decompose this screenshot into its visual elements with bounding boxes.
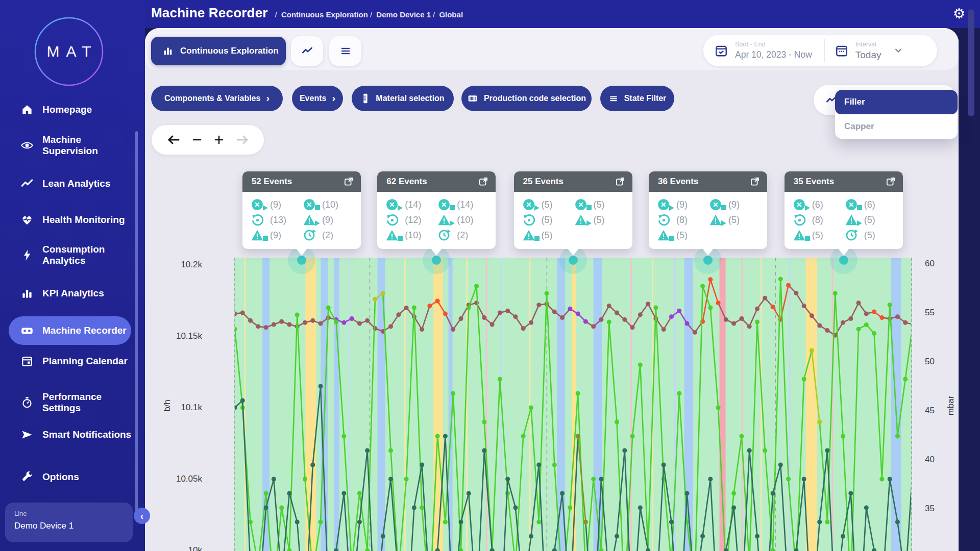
open-events-icon[interactable] — [344, 177, 354, 187]
event-count-value: (5) — [864, 230, 875, 241]
event-count-value: (10) — [457, 215, 473, 226]
sidebar-item-lean-analytics[interactable]: Lean Analytics — [0, 177, 145, 190]
interval-select[interactable]: Interval Today — [855, 41, 881, 61]
sidebar-item-planning-calendar[interactable]: Planning Calendar — [0, 355, 145, 368]
list-icon — [608, 93, 619, 104]
filter-events[interactable]: Events› — [292, 86, 343, 111]
sidebar-item-label: Smart Notifications — [42, 429, 137, 440]
gear-icon[interactable]: ⚙ — [950, 5, 968, 22]
sidebar-item-label: Planning Calendar — [42, 356, 137, 367]
update-event-icon — [845, 228, 863, 242]
sidebar-item-label: Homepage — [42, 104, 137, 115]
zoom-out-icon[interactable] — [192, 135, 202, 145]
event-count-value: (8) — [812, 215, 823, 226]
open-events-icon[interactable] — [478, 177, 488, 187]
sidebar-item-label: Consumption Analytics — [42, 244, 137, 266]
event-count-warning-play: (5) — [709, 212, 760, 228]
event-count-warning-square: (10) — [385, 228, 436, 243]
calendar-interval-icon — [835, 44, 848, 57]
sidebar-item-label: Health Monitoring — [42, 214, 137, 226]
event-count-cancel-play: (9) — [657, 197, 708, 212]
event-count-cancel-square: (5) — [574, 197, 625, 212]
filter-production-code[interactable]: Production code selection — [461, 86, 592, 111]
breadcrumb-items: Continuous ExplorationDemo Device 1Globa… — [273, 10, 463, 19]
event-count-value: (10) — [405, 230, 421, 241]
sidebar-item-label: Machine Recorder — [42, 325, 137, 336]
date-range-picker[interactable]: Start - End Apr 10, 2023 - Now — [735, 41, 812, 60]
right-axis-tick: 50 — [925, 357, 935, 367]
event-count-value: (5) — [542, 215, 553, 226]
sidebar-item-label: Performance Settings — [42, 391, 137, 414]
table-view-button[interactable] — [329, 36, 361, 66]
line-chart-icon — [301, 44, 314, 58]
sidebar-item-performance-settings[interactable]: Performance Settings — [0, 391, 145, 414]
arrow-right-icon[interactable] — [236, 134, 249, 145]
page-scrollbar[interactable] — [968, 9, 974, 116]
cancel-event-icon — [845, 197, 863, 212]
filter-components-variables[interactable]: Components & Variables› — [151, 86, 283, 111]
left-axis-tick: 10.05k — [156, 474, 202, 484]
line-view-button[interactable] — [291, 36, 323, 66]
breadcrumb-item[interactable]: Continuous Exploration — [275, 10, 368, 19]
machine-option-filler[interactable]: Filler — [835, 90, 958, 114]
sidebar-item-consumption-analytics[interactable]: Consumption Analytics — [0, 244, 145, 266]
left-axis-tick: 10.15k — [156, 331, 202, 341]
event-card: 25 Events(5)(5)(5)(5)(5) — [514, 171, 632, 249]
sidebar-item-machine-recorder[interactable]: Machine Recorder — [0, 324, 145, 337]
right-axis-unit: mbar — [946, 396, 956, 416]
cylinder-icon — [361, 93, 370, 104]
sidebar-item-kpi-analytics[interactable]: KPI Analytics — [0, 287, 145, 300]
sidebar-item-options[interactable]: Options — [0, 470, 145, 484]
bar-chart-icon — [162, 45, 174, 57]
open-events-icon[interactable] — [750, 177, 760, 187]
sidebar-collapse-button[interactable]: ‹ — [134, 508, 150, 524]
event-marker[interactable] — [297, 256, 306, 265]
event-card-header: 36 Events — [649, 171, 767, 192]
event-marker[interactable] — [703, 256, 713, 265]
right-axis-tick: 35 — [925, 504, 935, 514]
event-count-restore: (8) — [793, 212, 844, 228]
machine-option-capper[interactable]: Capper — [835, 114, 958, 139]
continuous-exploration-tab[interactable]: Continuous Exploration — [151, 37, 286, 65]
breadcrumb-item[interactable]: Global — [433, 10, 463, 19]
barcode-icon — [467, 93, 478, 104]
zoom-in-icon[interactable] — [214, 135, 224, 145]
update-event-icon — [303, 228, 321, 242]
event-count-value: (6) — [812, 199, 823, 210]
arrow-left-icon[interactable] — [167, 134, 180, 145]
send-icon — [20, 428, 34, 441]
warning-event-icon — [385, 228, 404, 242]
eye-icon — [20, 139, 34, 152]
event-marker[interactable] — [839, 256, 848, 265]
sidebar-item-health-monitoring[interactable]: Health Monitoring — [0, 213, 145, 227]
event-card-body: (5)(5)(5)(5)(5) — [514, 192, 632, 249]
sidebar-scrollbar[interactable] — [135, 131, 138, 513]
event-count-value: (9) — [676, 199, 688, 210]
event-count-value: (9) — [270, 230, 281, 241]
sidebar-item-homepage[interactable]: Homepage — [0, 103, 145, 116]
date-range-value: Apr 10, 2023 - Now — [735, 49, 812, 60]
chevron-down-icon[interactable] — [894, 46, 902, 55]
date-range-label: Start - End — [735, 41, 812, 48]
filter-state[interactable]: State Filter — [600, 86, 674, 111]
event-count-warning-play: (10) — [437, 212, 488, 228]
timeline-chart[interactable] — [234, 258, 912, 551]
chip-label: Components & Variables — [164, 94, 261, 103]
breadcrumb-item[interactable]: Demo Device 1 — [370, 10, 431, 19]
recorder-icon — [20, 324, 34, 337]
sidebar-item-smart-notifications[interactable]: Smart Notifications — [0, 428, 145, 441]
event-marker[interactable] — [569, 256, 578, 265]
event-count-restore: (8) — [657, 212, 708, 228]
event-card-header: 35 Events — [785, 171, 903, 192]
trend-icon — [20, 177, 34, 190]
open-events-icon[interactable] — [886, 177, 896, 187]
event-count-value: (14) — [405, 199, 421, 210]
sidebar-item-machine-supervision[interactable]: Machine Supervision — [0, 134, 145, 157]
event-count-value: (5) — [676, 230, 688, 241]
open-events-icon[interactable] — [615, 177, 625, 187]
filter-material-selection[interactable]: Material selection — [352, 86, 454, 111]
event-count-value: (8) — [676, 215, 688, 226]
chip-label: Material selection — [376, 94, 444, 103]
card-pointer — [568, 248, 579, 256]
warning-event-icon — [437, 213, 456, 227]
